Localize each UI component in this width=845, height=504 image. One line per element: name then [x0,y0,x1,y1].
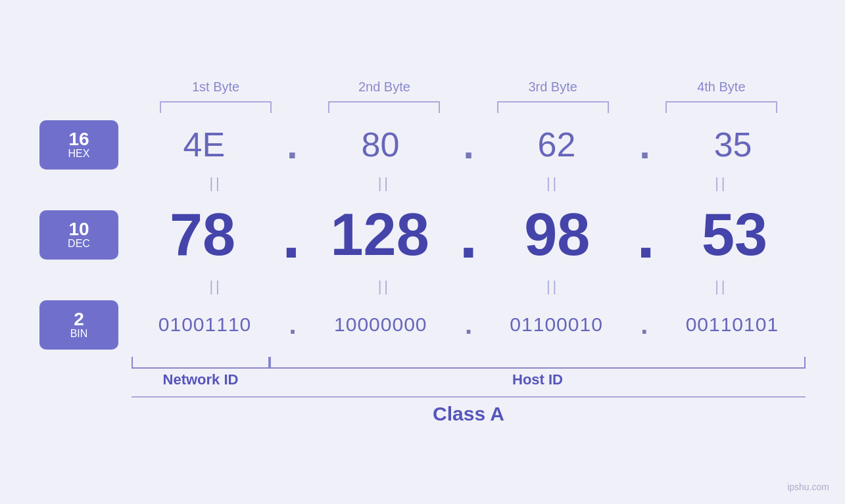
network-bracket [132,357,270,369]
bottom-brackets [39,357,806,369]
host-bracket [270,357,806,369]
byte-header-1: 1st Byte [150,80,281,95]
hex-values-row: 4E . 80 . 62 . 35 [132,122,806,168]
bin-val-2: 10000000 [315,313,447,336]
hex-base-label: HEX [68,149,90,159]
dec-dot-2: . [460,197,478,273]
main-container: 1st Byte 2nd Byte 3rd Byte 4th Byte 16 H… [0,0,845,504]
id-labels-row: Network ID Host ID [39,371,806,388]
hex-val-4: 35 [667,125,799,164]
eq-2-2: || [318,278,450,295]
hex-val-2: 80 [314,125,446,164]
byte-header-3: 3rd Byte [487,80,619,95]
bin-dot-3: . [640,310,648,340]
bin-row: 2 BIN 01001110 . 10000000 . 01100010 . 0… [39,300,806,350]
dec-dot-1: . [282,197,301,273]
bin-val-3: 01100010 [491,313,622,336]
bin-base-num: 2 [74,310,84,329]
eq-2-3: || [487,278,619,295]
eq-1-3: || [487,175,619,192]
hex-val-1: 4E [138,125,270,164]
dec-base-num: 10 [68,220,89,239]
hex-dot-2: . [463,122,474,168]
dec-label-box: 10 DEC [39,210,118,260]
equals-row-2: || || || || [39,278,806,295]
hex-dot-1: . [287,122,298,168]
top-brackets [39,101,806,113]
byte-header-4: 4th Byte [656,80,787,95]
byte-headers-row: 1st Byte 2nd Byte 3rd Byte 4th Byte [39,80,806,95]
bracket-top-3 [497,101,609,113]
hex-label-box: 16 HEX [39,120,118,170]
bottom-line [132,396,806,398]
hex-row: 16 HEX 4E . 80 . 62 . 35 [39,120,806,170]
bracket-top-4 [665,101,777,113]
byte-header-2: 2nd Byte [318,80,450,95]
hex-dot-3: . [639,122,650,168]
bin-base-label: BIN [70,329,88,339]
host-id-label: Host ID [270,371,806,388]
dec-base-label: DEC [68,239,90,249]
eq-1-1: || [150,175,281,192]
watermark: ipshu.com [787,482,829,492]
class-row: Class A [39,403,806,425]
equals-row-1: || || || || [39,175,806,192]
bracket-top-1 [160,101,272,113]
dec-val-1: 78 [137,201,268,269]
bin-dot-2: . [465,310,472,340]
eq-2-1: || [150,278,281,295]
dec-val-3: 98 [491,201,623,269]
bin-dot-1: . [289,310,297,340]
bin-values-row: 01001110 . 10000000 . 01100010 . 0011010… [132,310,806,340]
dec-dot-3: . [637,197,655,273]
dec-row: 10 DEC 78 . 128 . 98 . 53 [39,197,806,273]
eq-1-2: || [318,175,450,192]
dec-values-row: 78 . 128 . 98 . 53 [132,197,806,273]
eq-2-4: || [656,278,787,295]
hex-val-3: 62 [491,125,623,164]
hex-base-num: 16 [68,130,89,149]
bin-val-1: 01001110 [139,313,271,336]
bin-val-4: 00110101 [666,313,798,336]
eq-1-4: || [656,175,787,192]
bottom-line-row [39,396,806,398]
dec-val-2: 128 [314,201,446,269]
bin-label-box: 2 BIN [39,300,118,350]
class-label: Class A [132,403,806,425]
bracket-top-2 [328,101,440,113]
dec-val-4: 53 [669,201,800,269]
network-id-label: Network ID [132,371,270,388]
